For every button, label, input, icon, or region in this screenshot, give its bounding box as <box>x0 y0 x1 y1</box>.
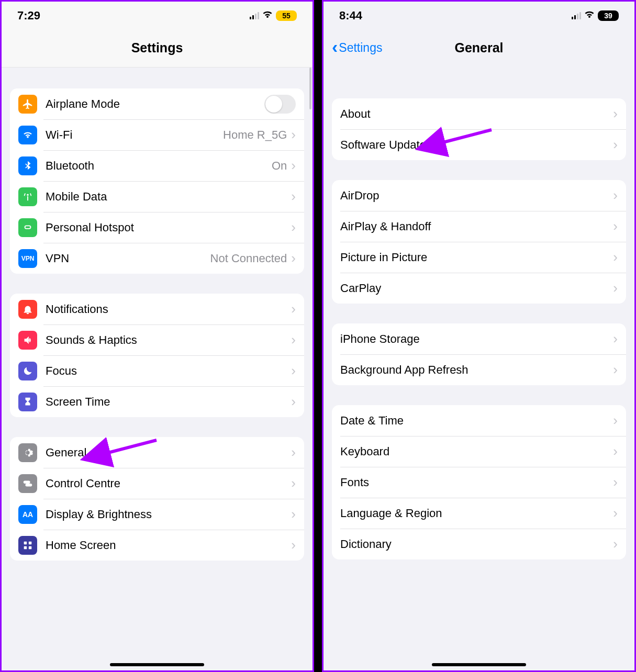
home-indicator[interactable] <box>110 663 204 666</box>
display-row[interactable]: AA Display & Brightness › <box>10 499 304 530</box>
wifi-row-icon <box>18 126 37 144</box>
bluetooth-label: Bluetooth <box>46 159 272 173</box>
pip-label: Picture in Picture <box>340 251 613 264</box>
screentime-label: Screen Time <box>46 395 291 409</box>
vpn-row[interactable]: VPN VPN Not Connected › <box>10 243 304 274</box>
chevron-right-icon: › <box>291 506 296 522</box>
text-size-icon: AA <box>18 505 37 524</box>
airplane-label: Airplane Mode <box>46 97 264 111</box>
chevron-right-icon: › <box>291 250 296 266</box>
wifi-row[interactable]: Wi-Fi Home R_5G › <box>10 119 304 150</box>
home-label: Home Screen <box>46 539 291 552</box>
carplay-row[interactable]: CarPlay › <box>332 273 626 304</box>
home-screen-row[interactable]: Home Screen › <box>10 530 304 561</box>
chevron-right-icon: › <box>613 412 618 429</box>
sharing-group: AirDrop › AirPlay & Handoff › Picture in… <box>332 180 626 304</box>
chevron-right-icon: › <box>613 443 618 460</box>
chevron-right-icon: › <box>291 188 296 205</box>
about-row[interactable]: About › <box>332 98 626 129</box>
storage-group: iPhone Storage › Background App Refresh … <box>332 323 626 385</box>
control-centre-row[interactable]: Control Centre › <box>10 468 304 499</box>
chevron-right-icon: › <box>291 301 296 317</box>
general-label: General <box>46 446 291 460</box>
nav-bar: ‹ Settings General <box>323 28 634 67</box>
chevron-right-icon: › <box>613 474 618 490</box>
display-label: Display & Brightness <box>46 508 291 521</box>
gear-icon <box>18 443 37 462</box>
airplane-toggle[interactable] <box>264 95 296 114</box>
bell-icon <box>18 300 37 319</box>
chevron-right-icon: › <box>613 362 618 378</box>
chevron-right-icon: › <box>291 394 296 410</box>
moon-icon <box>18 362 37 380</box>
refresh-label: Background App Refresh <box>340 363 613 377</box>
hotspot-row[interactable]: Personal Hotspot › <box>10 212 304 243</box>
hourglass-icon <box>18 393 37 411</box>
airplay-row[interactable]: AirPlay & Handoff › <box>332 211 626 242</box>
battery-indicator: 39 <box>598 10 619 21</box>
page-title: General <box>454 40 503 55</box>
airdrop-row[interactable]: AirDrop › <box>332 180 626 211</box>
storage-row[interactable]: iPhone Storage › <box>332 323 626 354</box>
mobile-data-row[interactable]: Mobile Data › <box>10 181 304 212</box>
chevron-right-icon: › <box>291 127 296 143</box>
carplay-label: CarPlay <box>340 282 613 295</box>
locale-group: Date & Time › Keyboard › Fonts › Languag… <box>332 405 626 559</box>
signal-icon <box>572 12 581 19</box>
fonts-row[interactable]: Fonts › <box>332 467 626 498</box>
vpn-detail: Not Connected <box>210 252 287 265</box>
back-label: Settings <box>339 40 382 54</box>
lang-label: Language & Region <box>340 507 613 520</box>
hotspot-label: Personal Hotspot <box>46 221 291 234</box>
home-indicator[interactable] <box>432 663 526 666</box>
page-title: Settings <box>131 40 183 55</box>
control-label: Control Centre <box>46 477 291 490</box>
bluetooth-row[interactable]: Bluetooth On › <box>10 150 304 181</box>
airplane-icon <box>18 95 37 114</box>
language-row[interactable]: Language & Region › <box>332 498 626 529</box>
keyboard-label: Keyboard <box>340 445 613 458</box>
software-update-row[interactable]: Software Update › <box>332 129 626 160</box>
chevron-right-icon: › <box>613 218 618 234</box>
airdrop-label: AirDrop <box>340 189 613 203</box>
fonts-label: Fonts <box>340 476 613 489</box>
chevron-right-icon: › <box>291 444 296 461</box>
datetime-row[interactable]: Date & Time › <box>332 405 626 436</box>
bluetooth-detail: On <box>272 159 287 173</box>
chevron-right-icon: › <box>613 280 618 296</box>
sounds-row[interactable]: Sounds & Haptics › <box>10 324 304 355</box>
general-row[interactable]: General › <box>10 437 304 468</box>
focus-row[interactable]: Focus › <box>10 355 304 386</box>
system-group: General › Control Centre › AA Display & … <box>10 437 304 561</box>
vpn-icon: VPN <box>18 249 37 268</box>
airplay-label: AirPlay & Handoff <box>340 220 613 233</box>
chevron-right-icon: › <box>613 536 618 552</box>
scroll-indicator[interactable] <box>309 68 311 109</box>
svg-rect-0 <box>24 541 27 544</box>
status-bar: 8:44 39 <box>323 2 634 28</box>
chevron-right-icon: › <box>613 505 618 521</box>
chevron-right-icon: › <box>291 219 296 236</box>
airplane-mode-row[interactable]: Airplane Mode <box>10 88 304 119</box>
nav-bar: Settings <box>2 28 313 68</box>
focus-label: Focus <box>46 364 291 378</box>
notifications-label: Notifications <box>46 303 291 316</box>
refresh-row[interactable]: Background App Refresh › <box>332 354 626 385</box>
dictionary-row[interactable]: Dictionary › <box>332 529 626 559</box>
screentime-row[interactable]: Screen Time › <box>10 386 304 417</box>
notifications-row[interactable]: Notifications › <box>10 294 304 324</box>
storage-label: iPhone Storage <box>340 332 613 346</box>
wifi-icon <box>584 10 595 21</box>
keyboard-row[interactable]: Keyboard › <box>332 436 626 467</box>
sounds-label: Sounds & Haptics <box>46 333 291 347</box>
chevron-right-icon: › <box>613 331 618 347</box>
chevron-right-icon: › <box>291 158 296 174</box>
general-screen: 8:44 39 ‹ Settings General About › Softw… <box>322 0 636 672</box>
pip-row[interactable]: Picture in Picture › <box>332 242 626 273</box>
wifi-icon <box>262 10 273 21</box>
back-button[interactable]: ‹ Settings <box>332 40 382 54</box>
hotspot-icon <box>18 218 37 237</box>
toggles-icon <box>18 474 37 493</box>
chevron-right-icon: › <box>613 187 618 204</box>
vpn-label: VPN <box>46 252 210 265</box>
